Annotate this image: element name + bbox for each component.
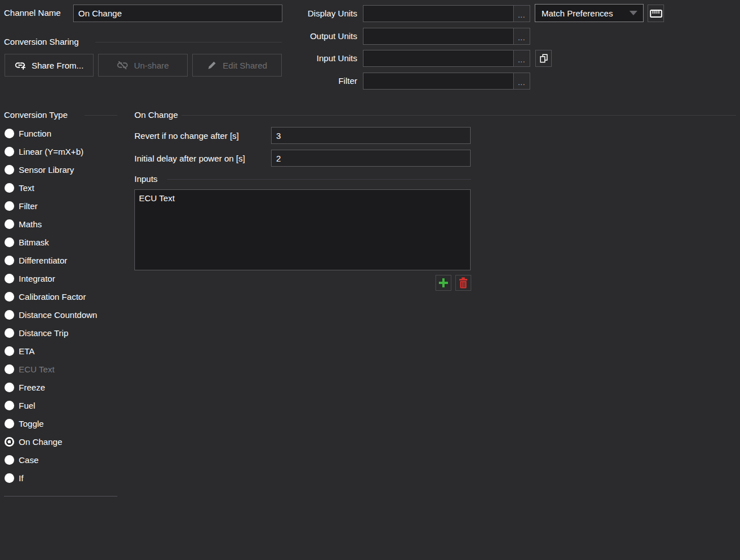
units-mode-dropdown[interactable]: Match Preferences [535,4,644,22]
on-change-panel-rule [181,115,736,116]
conversion-type-option-sensor-library[interactable]: Sensor Library [5,164,74,175]
conversion-type-option-on-change[interactable]: On Change [5,436,62,447]
filter-label: Filter [267,76,357,86]
conversion-type-option-bitmask[interactable]: Bitmask [5,237,49,247]
radio-icon [5,219,14,229]
display-units-label: Display Units [267,9,357,18]
add-input-button[interactable] [435,275,451,291]
share-link-icon [15,60,26,71]
output-units-browse-button[interactable]: ... [513,28,530,45]
unlink-icon [117,60,128,71]
conversion-type-option-freeze[interactable]: Freeze [5,382,45,392]
plus-icon [438,277,449,289]
radio-icon [5,147,14,156]
channel-editor-window: Channel Name Conversion Sharing Share Fr… [0,0,740,560]
radio-icon [5,274,14,283]
channel-name-input[interactable] [73,5,282,22]
edit-shared-button-label: Edit Shared [223,61,267,70]
radio-icon [5,383,14,392]
inputs-list-item[interactable]: ECU Text [135,191,470,205]
inputs-section-rule [167,179,471,180]
conversion-type-option-function[interactable]: Function [5,128,52,138]
inputs-section-title: Inputs [134,174,158,184]
radio-selected-icon [5,437,14,447]
radio-icon [5,201,14,211]
un-share-button[interactable]: Un-share [98,54,188,77]
copy-input-units-button[interactable] [535,50,552,67]
radio-icon [5,364,14,374]
initial-delay-input[interactable] [271,150,471,167]
conversion-type-option-distance-trip[interactable]: Distance Trip [5,328,69,338]
revert-after-input[interactable] [271,127,471,144]
radio-icon [5,473,14,483]
conversion-type-option-integrator[interactable]: Integrator [5,273,55,283]
initial-delay-label: Initial delay after power on [s] [134,154,245,163]
display-units-browse-button[interactable]: ... [513,5,530,22]
filter-browse-button[interactable]: ... [513,73,530,90]
input-units-input[interactable] [363,50,514,67]
pencil-icon [207,60,217,70]
radio-icon [5,310,14,320]
radio-icon [5,401,14,410]
share-from-button-label: Share From... [32,61,84,70]
trash-icon [458,277,468,289]
conversion-sharing-title: Conversion Sharing [4,37,79,46]
radio-icon [5,292,14,302]
radio-icon [5,165,14,175]
radio-icon [5,129,14,138]
copy-icon [539,53,549,63]
delete-input-button[interactable] [455,275,471,291]
chevron-down-icon [629,11,637,15]
share-from-button[interactable]: Share From... [5,54,94,77]
ruler-icon [650,9,662,18]
conversion-type-bottom-divider [4,496,117,497]
input-units-label: Input Units [267,53,357,63]
radio-icon [5,256,14,265]
conversion-type-title: Conversion Type [4,110,67,120]
un-share-button-label: Un-share [134,61,169,70]
inputs-listbox[interactable]: ECU Text [134,189,471,270]
conversion-type-rule [84,115,117,116]
conversion-type-option-case[interactable]: Case [5,455,39,465]
on-change-panel-title: On Change [134,110,178,120]
radio-icon [5,455,14,465]
conversion-type-option-eta[interactable]: ETA [5,346,35,356]
revert-after-label: Revert if no change after [s] [134,131,239,141]
conversion-type-option-text[interactable]: Text [5,183,35,193]
input-units-browse-button[interactable]: ... [513,50,530,67]
conversion-type-option-fuel[interactable]: Fuel [5,400,35,410]
radio-icon [5,419,14,429]
conversion-type-option-distance-countdown[interactable]: Distance Countdown [5,309,97,320]
radio-icon [5,346,14,356]
radio-icon [5,237,14,247]
units-ruler-button[interactable] [648,5,664,22]
conversion-type-option-linear[interactable]: Linear (Y=mX+b) [5,146,83,156]
output-units-input[interactable] [363,28,514,45]
conversion-type-option-if[interactable]: If [5,473,23,483]
conversion-type-option-differentiator[interactable]: Differentiator [5,255,67,265]
conversion-type-option-toggle[interactable]: Toggle [5,418,44,429]
filter-input[interactable] [363,73,514,90]
conversion-sharing-rule [95,42,282,43]
channel-name-label: Channel Name [4,8,61,18]
conversion-type-option-calibration-factor[interactable]: Calibration Factor [5,291,86,302]
conversion-type-option-maths[interactable]: Maths [5,219,42,229]
radio-icon [5,183,14,193]
radio-icon [5,328,14,338]
conversion-type-option-filter[interactable]: Filter [5,201,37,211]
output-units-label: Output Units [267,31,357,41]
conversion-type-option-ecu-text: ECU Text [5,364,54,374]
display-units-input[interactable] [363,5,514,22]
units-mode-dropdown-value: Match Preferences [542,9,613,18]
